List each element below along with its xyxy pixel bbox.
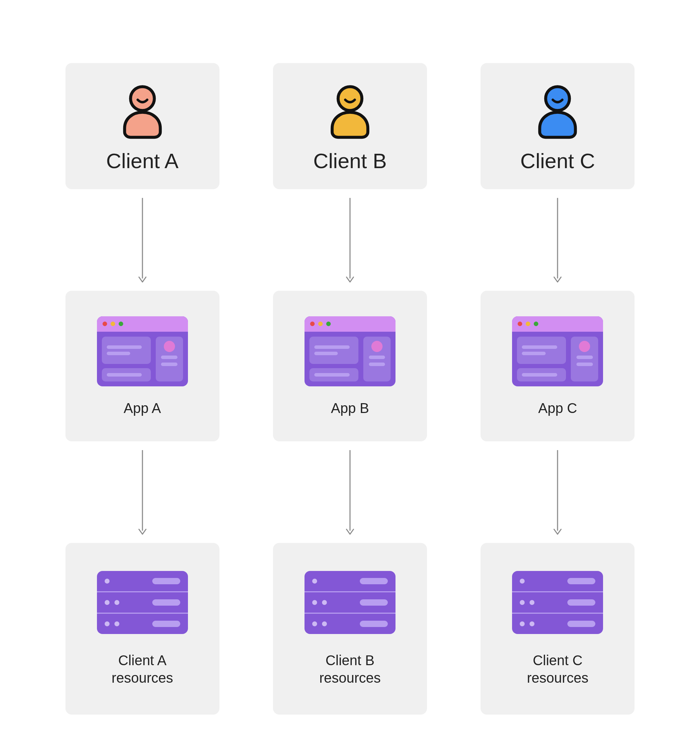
server-icon (304, 571, 396, 634)
svg-point-6 (546, 87, 569, 110)
svg-point-0 (131, 87, 154, 110)
arrow-b-1 (345, 189, 355, 291)
resources-label-b: Client Bresources (319, 652, 381, 686)
resources-label-c: Client Cresources (527, 652, 589, 686)
window-dot-red-icon (518, 321, 522, 326)
window-dot-green-icon (326, 321, 331, 326)
app-label-a: App A (123, 400, 161, 416)
column-b: Client B (256, 63, 443, 715)
resources-label-a: Client Aresources (112, 652, 173, 686)
column-c: Client C (464, 63, 651, 715)
app-card-a: App A (65, 291, 219, 441)
person-icon (113, 79, 172, 139)
app-label-c: App C (538, 400, 577, 416)
client-label-a: Client A (106, 149, 179, 173)
window-dot-green-icon (534, 321, 538, 326)
app-avatar-icon (164, 341, 175, 352)
server-icon (97, 571, 188, 634)
window-dot-yellow-icon (318, 321, 323, 326)
client-card-c: Client C (481, 63, 635, 189)
arrow-a-1 (137, 189, 148, 291)
client-label-c: Client C (520, 149, 595, 173)
arrow-a-2 (137, 441, 148, 543)
arrow-b-2 (345, 441, 355, 543)
arrow-c-1 (552, 189, 563, 291)
person-icon (320, 79, 380, 139)
app-avatar-icon (579, 341, 590, 352)
client-card-a: Client A (65, 63, 219, 189)
app-card-c: App C (481, 291, 635, 441)
arrow-c-2 (552, 441, 563, 543)
resources-card-c: Client Cresources (481, 543, 635, 715)
app-window-icon (97, 316, 188, 386)
resources-card-b: Client Bresources (273, 543, 427, 715)
window-dot-red-icon (103, 321, 107, 326)
window-dot-red-icon (310, 321, 315, 326)
svg-point-3 (338, 87, 362, 110)
resources-card-a: Client Aresources (65, 543, 219, 715)
server-icon (512, 571, 603, 634)
column-a: Client A (49, 63, 236, 715)
app-label-b: App B (331, 400, 369, 416)
app-window-icon (512, 316, 603, 386)
person-icon (528, 79, 587, 139)
window-dot-yellow-icon (111, 321, 115, 326)
window-dot-yellow-icon (526, 321, 530, 326)
app-avatar-icon (372, 341, 382, 352)
app-card-b: App B (273, 291, 427, 441)
app-window-icon (304, 316, 396, 386)
client-card-b: Client B (273, 63, 427, 189)
client-label-b: Client B (313, 149, 387, 173)
architecture-diagram: Client A (49, 63, 651, 715)
window-dot-green-icon (119, 321, 123, 326)
